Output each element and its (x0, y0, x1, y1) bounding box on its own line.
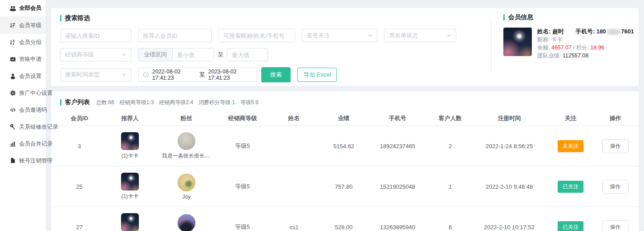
sidebar-item-account-cancellation[interactable]: 账号注销管理 (0, 152, 46, 169)
sidebar-item-member-settings[interactable]: 会员设置 (0, 68, 46, 85)
performance-min-input[interactable] (173, 49, 214, 61)
fan-name: 我是一条很长很长很... (162, 152, 211, 160)
accent-bar (503, 14, 505, 20)
cell-customer-count: 2 (426, 143, 474, 150)
member-info-title: 会员信息 (503, 13, 632, 21)
row-action-button[interactable]: 操作 (602, 139, 629, 153)
col-dealer-level: 经销商等级 (216, 114, 269, 122)
chevron-down-icon (368, 33, 373, 38)
sidebar-item-member-group[interactable]: AZ 会员分组 (0, 34, 46, 51)
col-referrer: 推荐人 (103, 114, 157, 122)
member-nickname-line: 昵称: 卡卡 (537, 36, 634, 44)
cell-customer-count: 6 (426, 224, 474, 231)
member-avatar (503, 28, 532, 56)
search-filter-section: 搜索筛选 是否关注 黑名单状态 经销商等级 业绩区间 (60, 14, 487, 82)
sidebar-item-member-level[interactable]: 会员等级 (0, 17, 46, 34)
sidebar-item-promotion-settings[interactable]: 推广中心设置 (0, 85, 46, 101)
sidebar-item-label: 推广中心设置 (19, 89, 53, 97)
member-nickname: 卡卡 (551, 36, 563, 43)
member-info-title-text: 会员信息 (508, 13, 533, 21)
col-fan: 粉丝 (157, 114, 216, 122)
col-action: 操作 (596, 114, 634, 122)
stat-points-level: 消费积分等级:1 (198, 99, 235, 106)
follow-status-badge: 已关注 (558, 221, 583, 231)
cell-member-id: 27 (56, 224, 103, 231)
chevron-down-icon (122, 53, 126, 57)
cell-dealer-level: 等级5 (216, 223, 269, 231)
sidebar-item-all-members[interactable]: 全部会员 (0, 0, 46, 17)
chevron-down-icon (447, 33, 451, 38)
cell-register-time: 2022-1-24 8:56:25 (474, 143, 545, 150)
sidebar-item-label: 资格申请 (19, 56, 41, 63)
keyword-input[interactable] (219, 29, 295, 42)
sidebar-item-invite-code[interactable]: 会员邀请码 (0, 101, 46, 118)
phone-redacted (607, 29, 621, 35)
date-range-input[interactable]: 2022-08-02 17:41:23 至 2023-08-02 17:41:2… (138, 68, 257, 82)
col-phone: 手机号 (369, 114, 426, 122)
referrer-name: (1)卡卡 (122, 152, 139, 160)
blacklist-select-value: 黑名单状态 (389, 32, 418, 40)
sidebar-item-label: 会员等级 (19, 22, 41, 29)
accent-bar (60, 99, 61, 105)
cell-phone: 15219025048 (369, 183, 426, 190)
follow-status-badge: 已关注 (558, 181, 583, 193)
customer-list-title-text: 客户列表 (65, 98, 90, 106)
stat-dealer-level-1: 经销商等级1:3 (120, 99, 154, 106)
search-id-input[interactable] (60, 29, 131, 42)
row-action-button[interactable]: 操作 (602, 180, 629, 194)
date-start: 2022-08-02 17:41:23 (152, 69, 196, 81)
table-row: 25 (1)卡卡 Joy 等级5 757.80 15219025048 1 20… (51, 166, 639, 207)
time-type-select[interactable]: 搜索时间类型 (60, 68, 131, 81)
member-balance-line: 余额: 4657.07 / 积分: 18.96 (537, 44, 634, 52)
user-icon (10, 73, 16, 79)
cell-register-time: 2022-2-10 10:17:52 (474, 224, 545, 231)
follow-status-select[interactable]: 是否关注 (302, 29, 377, 42)
referrer-name: (1)卡卡 (122, 193, 139, 200)
row-action-button[interactable]: 操作 (602, 220, 629, 231)
sidebar-item-merge-log[interactable]: 会员合并记录 (0, 135, 46, 152)
member-balance: 4657.07 (551, 45, 571, 51)
stat-level-5: 等级5:9 (240, 99, 259, 106)
chevron-down-icon (122, 73, 126, 77)
dealer-level-select-value: 经销商等级 (65, 51, 94, 59)
sidebar-item-qualification[interactable]: 资格申请 (0, 51, 46, 68)
cell-register-time: 2022-2-10 9:46:48 (474, 183, 545, 190)
table-row: 27 (1)卡卡 Lazy Cat 等级5 cs1 528.00 1326389… (51, 207, 639, 231)
stat-dealer-level-2: 经销商等级2:4 (159, 99, 193, 106)
team-performance: 112557.08 (563, 53, 588, 59)
cell-dealer-level: 等级5 (216, 182, 269, 190)
cell-performance: 5154.62 (319, 143, 369, 150)
team-label: 团队业绩: (537, 53, 563, 59)
phone-prefix: 180 (596, 28, 606, 35)
cell-member-id: 25 (56, 183, 103, 190)
sidebar-item-label: 关系链修改记录 (19, 123, 58, 131)
sidebar-item-label: 账号注销管理 (19, 157, 53, 165)
nickname-label: 昵称: (537, 36, 551, 43)
blacklist-status-select[interactable]: 黑名单状态 (384, 29, 456, 42)
file-icon (10, 158, 16, 164)
fan-name: Joy (182, 194, 190, 200)
sidebar-item-relation-log[interactable]: 关系链修改记录 (0, 118, 46, 135)
referrer-id-input[interactable] (138, 29, 212, 42)
performance-range-label: 业绩区间 (138, 49, 173, 61)
performance-range-group: 业绩区间 至 (138, 48, 268, 61)
cell-member-id: 3 (56, 143, 103, 150)
member-team-line: 团队业绩: 112557.08 (537, 52, 634, 60)
date-end: 2023-08-02 17:41:23 (208, 69, 252, 81)
clock-icon (143, 72, 149, 78)
cell-name: cs1 (269, 224, 319, 231)
table-row: 3 (1)卡卡 我是一条很长很长很... 等级5 5154.62 1892423… (51, 126, 639, 166)
points-label: 积分: (576, 45, 591, 51)
dealer-level-select[interactable]: 经销商等级 (60, 48, 131, 61)
fan-avatar (178, 174, 195, 191)
name-label: 姓名: (537, 28, 552, 35)
date-to-label: 至 (199, 71, 205, 79)
col-performance: 业绩 (319, 114, 369, 122)
filter-member-card: 搜索筛选 是否关注 黑名单状态 经销商等级 业绩区间 (51, 8, 639, 86)
sidebar-item-label: 会员邀请码 (19, 106, 47, 114)
code-icon (10, 107, 16, 113)
search-button[interactable]: 搜索 (261, 67, 291, 82)
performance-max-input[interactable] (227, 48, 268, 61)
export-excel-button[interactable]: 导出 Excel (297, 68, 337, 82)
time-type-select-value: 搜索时间类型 (65, 71, 100, 79)
